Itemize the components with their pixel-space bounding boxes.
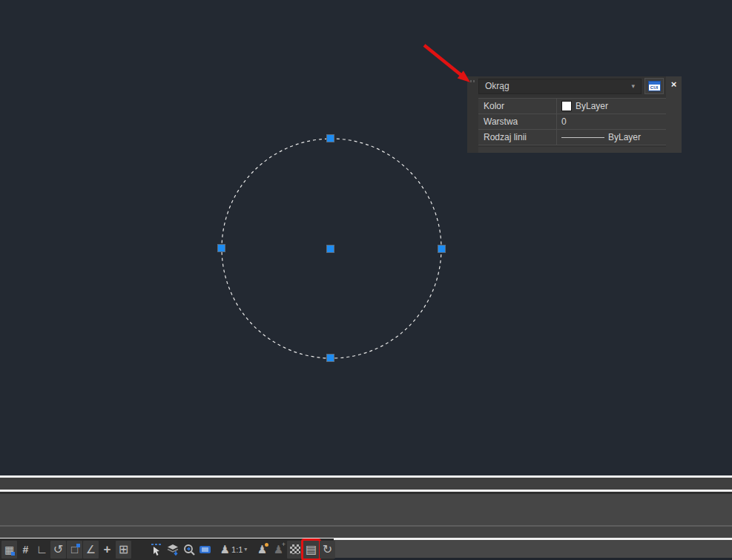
hardware-acceleration-toggle[interactable] — [197, 541, 213, 559]
property-label: Kolor — [478, 99, 557, 113]
layer-override-toggle[interactable] — [165, 541, 180, 559]
annotation-scale-icon: ♟ — [220, 544, 230, 555]
object-type-label: Okrąg — [485, 81, 510, 91]
transparency-icon — [290, 544, 300, 554]
statusbar-icon-tray: ▦#∟↺□∠+⊞♟1:1▾♟♟+▤↻ — [0, 538, 334, 560]
grid-display-toggle[interactable]: # — [18, 541, 33, 559]
command-bar-lower — [0, 527, 732, 538]
annotation-monitor-toggle[interactable] — [181, 541, 197, 559]
snap-overrides-icon: + — [104, 543, 111, 556]
annotation-scale-toggle[interactable]: ♟1:1▾ — [214, 541, 254, 559]
annotation-visibility-toggle[interactable]: ♟ — [254, 541, 270, 559]
snap-mode-toggle[interactable]: ▦ — [1, 541, 17, 559]
selection-cycling-icon — [151, 543, 162, 556]
color-swatch-icon — [561, 101, 572, 111]
object-snap-tracking-icon: ∠ — [86, 544, 96, 555]
property-row-rodzaj-linii: Rodzaj liniiByLayer — [478, 130, 666, 145]
polar-tracking-icon: ↺ — [53, 544, 63, 556]
status-refresh-toggle[interactable]: ↻ — [320, 541, 335, 559]
lineweight-display-toggle[interactable] — [132, 541, 148, 559]
transparency-toggle[interactable] — [287, 541, 303, 559]
grid-display-icon: # — [23, 544, 29, 555]
qp-rows: KolorByLayerWarstwa0Rodzaj liniiByLayer — [478, 98, 666, 145]
quick-properties-panel: Okrąg ▾ CUI KolorByLayerWarstwa0Rodzaj l… — [467, 76, 682, 153]
property-value-text: ByLayer — [576, 101, 608, 111]
property-value-field[interactable]: ByLayer — [557, 130, 666, 145]
grip-bottom[interactable] — [326, 354, 334, 362]
property-label: Rodzaj linii — [478, 130, 557, 145]
panel-grab-bar[interactable] — [467, 76, 478, 153]
qp-right-strip: × — [666, 76, 682, 153]
chevron-down-icon: ▾ — [631, 82, 635, 90]
cui-icon: CUI — [648, 81, 661, 91]
qp-bottom-strip — [478, 147, 666, 153]
snap-overrides-toggle[interactable]: + — [99, 541, 115, 559]
property-row-warstwa: Warstwa0 — [478, 114, 666, 130]
grab-dots-icon — [470, 80, 475, 82]
property-label: Warstwa — [478, 114, 557, 129]
layer-override-icon — [166, 543, 179, 556]
property-row-kolor: KolorByLayer — [478, 99, 666, 114]
annotation-autoscale-toggle[interactable]: ♟+ — [271, 541, 286, 559]
grip-left[interactable] — [217, 244, 225, 252]
object-snap-tracking-toggle[interactable]: ∠ — [83, 541, 99, 559]
command-bar-main[interactable] — [0, 494, 732, 525]
status-refresh-icon: ↻ — [323, 544, 332, 556]
object-type-dropdown[interactable]: Okrąg ▾ — [478, 79, 642, 94]
grip-center[interactable] — [326, 245, 334, 253]
application-window: { "colors": { "canvas_bg": "#232932", "p… — [0, 0, 732, 560]
quick-properties-icon: ▤ — [306, 544, 317, 556]
grip-top[interactable] — [326, 134, 334, 142]
ortho-mode-toggle[interactable]: ∟ — [34, 541, 50, 559]
grip-right[interactable] — [438, 245, 446, 253]
object-snap-toggle[interactable]: □ — [67, 541, 82, 559]
property-value-field[interactable]: 0 — [557, 114, 666, 129]
property-value-text: ByLayer — [608, 132, 641, 142]
customize-cui-button[interactable]: CUI — [644, 78, 664, 94]
selection-cycling-toggle[interactable] — [148, 541, 164, 559]
command-bar-upper — [0, 478, 732, 490]
quick-properties-toggle[interactable]: ▤ — [303, 541, 319, 559]
hardware-acceleration-icon — [200, 546, 211, 553]
polar-tracking-toggle[interactable]: ↺ — [50, 541, 66, 559]
linetype-swatch-icon — [561, 137, 604, 138]
property-value-text: 0 — [561, 116, 567, 127]
annotation-scale-value: 1:1 — [231, 545, 243, 554]
dynamic-input-icon: ⊞ — [119, 544, 128, 556]
close-icon[interactable]: × — [668, 79, 679, 90]
dynamic-input-toggle[interactable]: ⊞ — [116, 541, 131, 559]
ortho-mode-icon: ∟ — [36, 544, 48, 556]
property-value-field[interactable]: ByLayer — [557, 99, 666, 113]
chevron-down-icon: ▾ — [244, 546, 247, 553]
annotation-monitor-icon — [182, 543, 196, 556]
